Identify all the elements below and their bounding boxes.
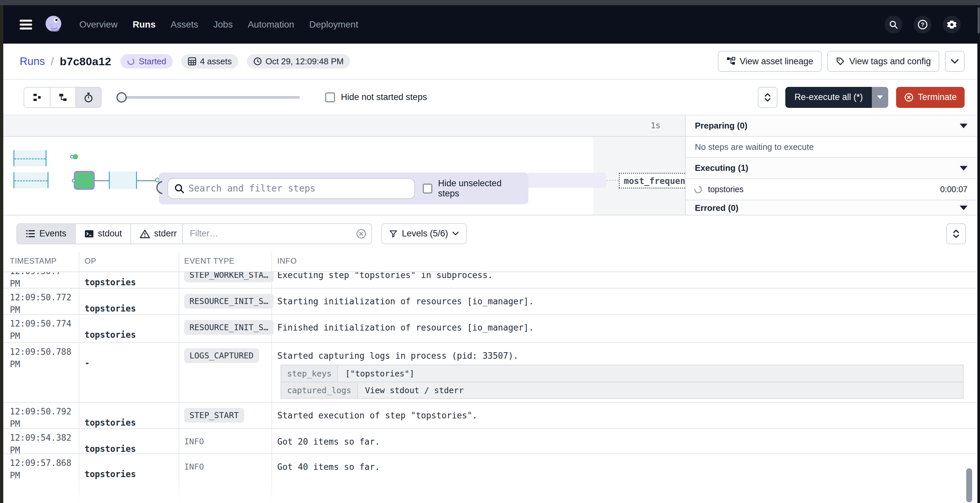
browser-scrollbar-thumb[interactable] (978, 7, 980, 33)
event-type-badge[interactable]: STEP_WORKER_STA… (184, 272, 274, 282)
col-info[interactable]: INFO (277, 256, 297, 266)
metadata-value-logs-link[interactable]: View stdout / stderr (358, 382, 464, 398)
tab-stderr-label: stderr (154, 229, 177, 239)
hide-unselected-checkbox[interactable] (423, 184, 432, 193)
search-button[interactable] (885, 16, 902, 33)
search-icon (889, 20, 898, 29)
events-table-body[interactable]: 12:09:50.7PM topstories STEP_WORKER_STA…… (3, 272, 977, 503)
gantt-step-most-frequent[interactable]: most_frequent (619, 173, 685, 189)
gantt-step-skeleton-3[interactable] (109, 172, 137, 189)
levels-dropdown[interactable]: Levels (5/6) (381, 223, 467, 244)
event-row[interactable]: 12:09:50.774PM topstories RESOURCE_INIT_… (3, 315, 977, 343)
events-scrollbar-thumb[interactable] (966, 468, 972, 502)
zoom-slider[interactable] (116, 96, 300, 99)
gear-icon (947, 19, 957, 30)
lineage-icon (726, 57, 735, 66)
view-mode-waterfall-button[interactable] (50, 88, 75, 107)
nav-item-runs[interactable]: Runs (133, 19, 156, 30)
event-op: topstories (84, 418, 136, 428)
clock-icon (253, 57, 262, 65)
collapse-triangle-icon (960, 166, 967, 170)
panel-resize-button[interactable] (758, 87, 778, 108)
event-row[interactable]: 12:09:57.868PM topstories INFO Got 40 it… (3, 454, 977, 503)
hide-not-started-checkbox-row[interactable]: Hide not started steps (325, 92, 427, 102)
assets-count-badge[interactable]: 4 assets (181, 54, 238, 68)
executing-step-row[interactable]: topstories 0:00:07 (686, 179, 977, 201)
gantt-step-skeleton-2[interactable] (13, 172, 49, 188)
panel-section-errored[interactable]: Errored (0) (686, 201, 977, 215)
terminate-button[interactable]: Terminate (896, 87, 965, 108)
hide-not-started-label: Hide not started steps (341, 92, 427, 102)
event-op: topstories (84, 469, 136, 479)
nav-item-jobs[interactable]: Jobs (213, 19, 233, 30)
reexecute-dropdown-button[interactable] (872, 87, 888, 108)
event-info: Finished initialization of resources [io… (277, 323, 964, 333)
settings-button[interactable] (943, 16, 961, 33)
hamburger-menu-icon[interactable] (20, 20, 32, 30)
event-op: topstories (84, 277, 136, 287)
reexecute-all-button[interactable]: Re-execute all (*) (785, 87, 872, 108)
funnel-icon (389, 229, 398, 238)
step-search-input[interactable] (167, 178, 415, 199)
hide-unselected-label: Hide unselected steps (438, 178, 520, 199)
event-type-plain: INFO (184, 459, 204, 474)
tab-stderr[interactable]: stderr (130, 224, 185, 244)
col-event-type[interactable]: EVENT TYPE (184, 256, 235, 266)
header-more-button[interactable] (945, 51, 965, 72)
view-mode-timed-button[interactable] (75, 88, 101, 107)
event-op: topstories (84, 444, 136, 454)
gantt-chart[interactable]: 1s most_frequent (3, 115, 685, 215)
dagster-logo-icon[interactable] (43, 14, 64, 35)
nav-item-deployment[interactable]: Deployment (309, 19, 358, 30)
waterfall-view-icon (58, 92, 68, 102)
event-row[interactable]: 12:09:54.382PM topstories INFO Got 20 it… (3, 429, 977, 454)
step-search (167, 178, 415, 199)
hide-unselected-checkbox-row[interactable]: Hide unselected steps (423, 178, 520, 199)
completed-marker-dot[interactable] (73, 154, 78, 159)
nav-item-overview[interactable]: Overview (79, 19, 118, 30)
help-button[interactable]: ? (914, 16, 931, 33)
log-tab-switcher: Events stdout stderr (16, 223, 186, 244)
gantt-step-topstories[interactable] (74, 171, 95, 190)
view-tags-config-button[interactable]: View tags and config (827, 51, 939, 72)
browser-scrollbar-track[interactable] (977, 5, 980, 503)
log-filter-input[interactable] (182, 223, 372, 244)
view-asset-lineage-button[interactable]: View asset lineage (718, 51, 822, 72)
tab-events[interactable]: Events (17, 224, 75, 244)
event-type-badge[interactable]: STEP_START (184, 408, 244, 423)
event-type-badge[interactable]: LOGS_CAPTURED (184, 348, 259, 363)
event-row[interactable]: 12:09:50.7PM topstories STEP_WORKER_STA…… (3, 272, 977, 288)
view-mode-flat-button[interactable] (24, 88, 50, 107)
event-type-badge[interactable]: RESOURCE_INIT_S… (184, 294, 274, 309)
event-row[interactable]: 12:09:50.792PM topstories STEP_START Sta… (3, 403, 977, 429)
clear-filter-icon[interactable] (356, 228, 367, 239)
errored-title: Errored (0) (695, 203, 738, 213)
expand-log-button[interactable] (946, 223, 966, 244)
breadcrumb-runs-link[interactable]: Runs (20, 55, 45, 68)
assets-badge-label: 4 assets (200, 56, 232, 67)
event-row[interactable]: 12:09:50.772PM topstories RESOURCE_INIT_… (3, 288, 977, 315)
event-row[interactable]: 12:09:50.788PM - LOGS_CAPTURED Started c… (3, 343, 977, 403)
chevron-down-icon (950, 59, 959, 64)
nav-item-assets[interactable]: Assets (171, 19, 198, 30)
tab-stdout[interactable]: stdout (75, 224, 131, 244)
panel-section-executing[interactable]: Executing (1) (686, 158, 977, 179)
nav-item-automation[interactable]: Automation (248, 19, 294, 30)
event-type-badge[interactable]: RESOURCE_INIT_S… (184, 320, 274, 335)
gantt-time-axis: 1s (3, 115, 685, 137)
metadata-key: step_keys (281, 365, 338, 382)
event-metadata-table: step_keys ["topstories"] captured_logs V… (280, 365, 964, 399)
event-list-icon (25, 229, 35, 238)
zoom-slider-knob[interactable] (116, 92, 127, 103)
breadcrumb: Runs / b7c80a12 (20, 55, 111, 68)
col-timestamp[interactable]: TIMESTAMP (10, 256, 57, 266)
col-op[interactable]: OP (84, 256, 96, 266)
preparing-title: Preparing (0) (695, 121, 747, 131)
step-input-ring (72, 179, 76, 183)
gantt-step-skeleton-1[interactable] (13, 150, 46, 166)
terminate-icon (904, 92, 914, 102)
metadata-row: step_keys ["topstories"] (281, 365, 963, 382)
hide-not-started-checkbox[interactable] (325, 92, 335, 102)
window-chrome-strip (0, 0, 980, 5)
panel-section-preparing[interactable]: Preparing (0) (686, 115, 977, 137)
